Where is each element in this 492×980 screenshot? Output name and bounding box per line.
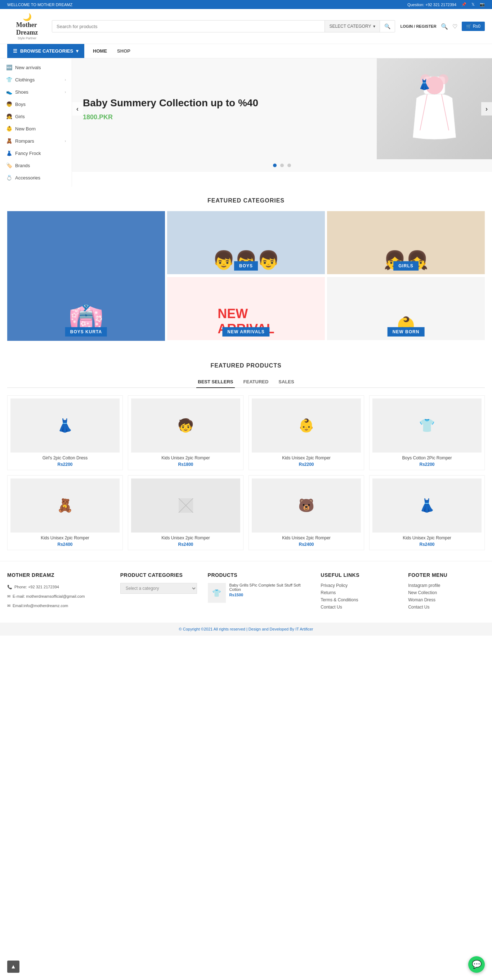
header: 🌙 MotherDreamz Style Partner SELECT CATE… (0, 9, 492, 44)
product-image-1: 👗 (10, 398, 120, 453)
footer-menu-instagram[interactable]: Instagram profile (408, 583, 485, 588)
product-image-5: 🧸 (10, 479, 120, 533)
featured-item-new-arrivals[interactable]: NEWARRIVAL NEW ARRIVALS (167, 277, 325, 341)
featured-item-boys-kurta[interactable]: 👘 BOYS KURTA (7, 211, 165, 341)
login-register-link[interactable]: LOGIN / REGISTER (400, 24, 436, 29)
sidebar-label-fancyfrock: Fancy Frock (15, 151, 41, 156)
instagram-icon[interactable]: 📷 (480, 2, 485, 7)
footer-bottom: © Copyright ©2021 All rights reserved | … (0, 623, 492, 636)
footer-link-returns[interactable]: Returns (321, 590, 397, 595)
footer: MOTHER DREAMZ 📞 Phone: +92 321 2172394 ✉… (0, 561, 492, 623)
question-text: Question: +92 321 2172394 (407, 3, 456, 7)
nav-home[interactable]: HOME (88, 44, 112, 58)
nav-bar: ☰ BROWSE CATEGORIES ▾ HOME SHOP (0, 44, 492, 58)
sidebar-label-shoes: Shoes (15, 89, 29, 95)
footer-menu-new-collection[interactable]: New Collection (408, 590, 485, 595)
footer-product-item[interactable]: 👕 Baby Grills 5Pic Complete Suit Stuff S… (208, 583, 310, 603)
tab-best-sellers[interactable]: BEST SELLERS (196, 376, 235, 388)
sidebar-item-clothings[interactable]: 👕 Clothings › (0, 73, 72, 86)
dot-1[interactable] (273, 164, 277, 167)
sidebar-item-boys[interactable]: 👦 Boys (0, 98, 72, 110)
product-name-5: Kids Unisex 2pic Romper (10, 535, 120, 541)
tab-featured[interactable]: FEATURED (242, 376, 270, 388)
footer-link-contact[interactable]: Contact Us (321, 605, 397, 609)
brand-icon: 🏷️ (6, 162, 12, 168)
featured-item-boys[interactable]: 👦👦👦 BOYS (167, 211, 325, 275)
product-image-2: 🧒 (131, 398, 240, 453)
search-button[interactable]: 🔍 (379, 21, 395, 32)
nav-links: HOME SHOP (88, 44, 135, 58)
twitter-icon[interactable]: 𝕏 (471, 2, 475, 7)
footer-product-name: Baby Grills 5Pic Complete Suit Stuff Sof… (229, 583, 310, 592)
product-card-5[interactable]: 🧸 Kids Unisex 2pic Romper Rs2400 (7, 475, 123, 550)
product-price-7: Rs2400 (252, 542, 361, 547)
sidebar-item-brands[interactable]: 🏷️ Brands (0, 159, 72, 172)
footer-product-categories-title: PRODUCT CATEGORIES (120, 572, 197, 578)
sidebar-label-newborn: New Born (15, 126, 36, 132)
sidebar-label-rompars: Rompars (15, 138, 34, 144)
search-input[interactable] (52, 21, 325, 32)
sidebar-item-girls[interactable]: 👧 Girls (0, 110, 72, 123)
footer-contact: 📞 Phone: +92 321 2172394 ✉ E-mail: mothe… (7, 583, 110, 609)
sidebar-item-newborn[interactable]: 👶 New Born (0, 123, 72, 135)
dot-2[interactable] (280, 164, 284, 167)
footer-products-title: PRODUCTS (208, 572, 310, 578)
footer-product-info: Baby Grills 5Pic Complete Suit Stuff Sof… (229, 583, 310, 603)
product-grid: 👗 Girl's 2pic Cotton Dress Rs2200 🧒 Kids… (7, 395, 485, 550)
sidebar-label-clothings: Clothings (15, 77, 35, 83)
product-name-8: Kids Unisex 2pic Romper (372, 535, 482, 541)
product-card-4[interactable]: 👕 Boys Cotton 2Pic Romper Rs2200 (369, 395, 485, 470)
pinterest-icon[interactable]: 📌 (461, 2, 467, 7)
tab-sales[interactable]: SALES (277, 376, 295, 388)
hero-text: Baby Summery Collection up to %40 1800.P… (72, 82, 377, 135)
sidebar-item-fancyfrock[interactable]: 👗 Fancy Frock (0, 147, 72, 159)
footer-menu-contact[interactable]: Contact Us (408, 605, 485, 609)
logo-sub: Style Partner (17, 37, 37, 40)
footer-category-select[interactable]: Select a category (120, 583, 197, 594)
dot-3[interactable] (287, 164, 291, 167)
footer-email2: Email:info@motherdreamz.com (13, 602, 68, 609)
featured-item-new-born[interactable]: 👶 NEW BORN (327, 277, 485, 341)
footer-product-image: 👕 (208, 583, 226, 603)
footer-link-privacy[interactable]: Privacy Policy (321, 583, 397, 588)
romper-icon: 🧸 (6, 138, 12, 144)
slider-next-button[interactable]: › (481, 102, 492, 116)
select-category-label: SELECT CATEGORY (329, 24, 371, 29)
browse-categories-button[interactable]: ☰ BROWSE CATEGORIES ▾ (7, 44, 84, 58)
cart-button[interactable]: 🛒 Rs0 (462, 22, 485, 31)
product-card-8[interactable]: 👗 Kids Unisex 2pic Romper Rs2400 (369, 475, 485, 550)
arrow-icon: › (65, 78, 66, 82)
baby-icon: 👶 (6, 126, 12, 132)
select-category-dropdown[interactable]: SELECT CATEGORY ▾ (325, 21, 379, 32)
footer-products-section: PRODUCTS 👕 Baby Grills 5Pic Complete Sui… (208, 572, 310, 612)
footer-phone: Phone: +92 321 2172394 (14, 583, 59, 591)
footer-link-terms[interactable]: Terms & Conditions (321, 597, 397, 602)
product-card-6[interactable]: Kids Unisex 2pic Romper Rs2400 (128, 475, 243, 550)
sidebar-label-girls: Girls (15, 114, 25, 119)
email-icon-1: ✉ (7, 592, 10, 600)
product-card-3[interactable]: 👶 Kids Unisex 2pic Romper Rs2200 (249, 395, 364, 470)
featured-item-girls[interactable]: 👧👧 GIRLS (327, 211, 485, 275)
product-card-7[interactable]: 🐻 Kids Unisex 2pic Romper Rs2400 (249, 475, 364, 550)
product-name-1: Girl's 2pic Cotton Dress (10, 455, 120, 460)
top-bar: WELLCOME TO MOTHER DREAMZ Question: +92 … (0, 0, 492, 9)
product-image-4: 👕 (372, 398, 482, 453)
product-card-2[interactable]: 🧒 Kids Unisex 2pic Romper Rs1800 (128, 395, 243, 470)
header-actions: LOGIN / REGISTER 🔍 ♡ 🛒 Rs0 (400, 22, 485, 31)
logo[interactable]: 🌙 MotherDreamz Style Partner (7, 13, 47, 40)
sidebar-item-new-arrivals[interactable]: 🆕 New arrivals (0, 61, 72, 73)
sidebar-label-brands: Brands (15, 163, 30, 168)
footer-menu-woman-dress[interactable]: Woman Dress (408, 597, 485, 602)
hero-slider: ‹ Baby Summery Collection up to %40 1800… (72, 58, 492, 159)
sidebar-item-shoes[interactable]: 👟 Shoes › (0, 86, 72, 98)
wishlist-icon[interactable]: ♡ (452, 23, 457, 30)
accessory-icon: 💍 (6, 175, 12, 180)
featured-label-new-arrivals: NEW ARRIVALS (222, 327, 270, 337)
sidebar-item-accessories[interactable]: 💍 Accessories (0, 172, 72, 184)
nav-shop[interactable]: SHOP (112, 44, 135, 58)
product-card-1[interactable]: 👗 Girl's 2pic Cotton Dress Rs2200 (7, 395, 123, 470)
sidebar-item-rompars[interactable]: 🧸 Rompars › (0, 135, 72, 147)
search-icon[interactable]: 🔍 (441, 23, 448, 30)
product-price-4: Rs2200 (372, 462, 482, 467)
slider-prev-button[interactable]: ‹ (72, 102, 83, 116)
